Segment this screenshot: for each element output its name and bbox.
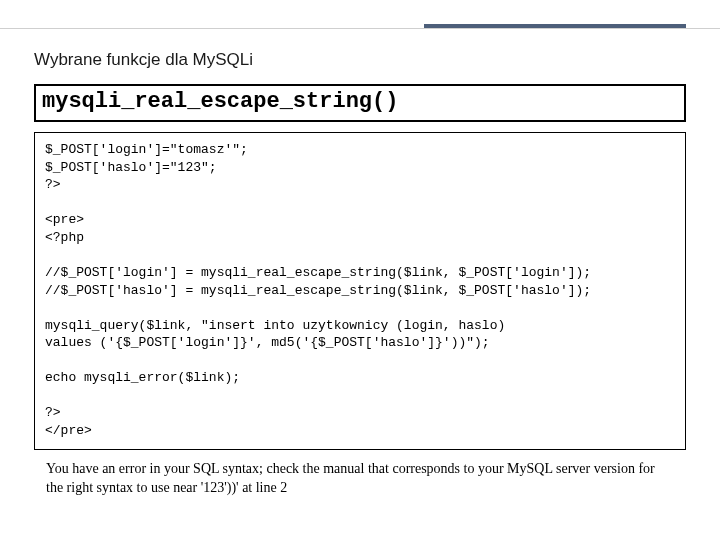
sql-error-message: You have an error in your SQL syntax; ch… [34,460,686,496]
code-block: $_POST['login']="tomasz'"; $_POST['haslo… [45,141,675,439]
section-title: Wybrane funkcje dla MySQLi [34,50,686,70]
function-name-box: mysqli_real_escape_string() [34,84,686,122]
header-divider [0,28,720,29]
slide-content: Wybrane funkcje dla MySQLi mysqli_real_e… [34,50,686,497]
code-box: $_POST['login']="tomasz'"; $_POST['haslo… [34,132,686,450]
function-name: mysqli_real_escape_string() [42,90,678,114]
